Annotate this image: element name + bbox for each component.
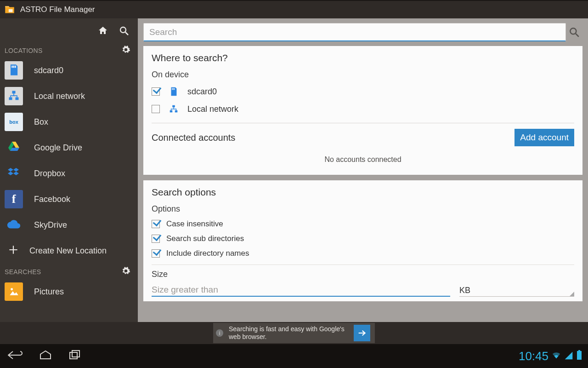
on-device-label: On device [152,70,574,80]
where-title: Where to search? [152,52,574,63]
sidebar-item-label: Box [34,117,48,127]
checkbox[interactable] [152,249,160,258]
sidebar: LOCATIONS sdcard0 Local network box Box … [0,18,138,322]
battery-icon [576,349,582,363]
google-drive-icon [6,140,21,155]
sidebar-item-dropbox[interactable]: Dropbox [0,161,138,186]
svg-rect-18 [70,352,77,359]
status-time: 10:45 [519,349,548,363]
size-unit-select[interactable]: KB [459,285,574,297]
checkbox[interactable] [152,105,160,113]
gear-icon[interactable] [121,45,130,56]
options-label: Options [152,204,574,214]
searches-header: SEARCHES [0,264,138,279]
sidebar-item-label: Google Drive [34,143,82,153]
sidebar-item-skydrive[interactable]: SkyDrive [0,212,138,238]
dropbox-icon [6,166,21,181]
app-title: ASTRO File Manager [20,5,95,14]
pictures-icon [8,285,20,298]
arrow-right-icon[interactable] [354,325,370,341]
gear-icon[interactable] [121,266,130,277]
title-bar: ASTRO File Manager [0,0,588,18]
svg-point-1 [120,27,126,33]
svg-rect-12 [172,88,172,90]
svg-rect-19 [72,351,79,357]
checkbox[interactable] [152,87,160,96]
info-icon: i [216,329,223,337]
svg-rect-16 [170,110,173,113]
svg-point-10 [570,28,576,34]
svg-rect-13 [173,88,174,90]
sidebar-search-pictures[interactable]: Pictures [0,279,138,305]
sidebar-item-label: Pictures [34,287,64,297]
recents-icon[interactable] [68,350,82,362]
locations-header: LOCATIONS [0,42,138,58]
signal-icon [564,349,573,363]
svg-rect-15 [172,105,175,108]
device-row-sdcard0[interactable]: sdcard0 [152,86,574,97]
home-icon[interactable] [97,25,108,38]
sidebar-item-label: Facebook [34,195,70,204]
svg-rect-21 [578,350,580,351]
sdcard-icon [7,63,20,77]
plus-icon [7,244,19,258]
search-options-panel: Search options Options Case insensitive … [143,180,582,301]
app-icon [4,4,16,16]
svg-rect-8 [16,98,19,100]
sidebar-item-box[interactable]: box Box [0,109,138,135]
size-label: Size [152,264,574,279]
search-options-title: Search options [152,187,574,198]
sidebar-item-sdcard0[interactable]: sdcard0 [0,58,138,83]
svg-rect-17 [175,110,178,113]
sidebar-item-google-drive[interactable]: Google Drive [0,135,138,161]
option-case-insensitive[interactable]: Case insensitive [152,219,574,229]
sidebar-item-label: sdcard0 [34,66,63,75]
home-nav-icon[interactable] [39,350,52,362]
add-account-button[interactable]: Add account [514,129,574,146]
svg-line-2 [125,32,128,35]
sidebar-item-label: SkyDrive [34,220,67,230]
skydrive-icon [6,217,22,233]
ad-text: Searching is fast and easy with Google's… [229,325,348,341]
svg-point-9 [11,288,13,290]
connected-accounts-title: Connected accounts [152,132,235,143]
where-to-search-panel: Where to search? On device sdcard0 Local… [143,46,582,175]
sidebar-item-label: Dropbox [34,169,65,178]
svg-rect-3 [11,66,12,68]
option-search-subdirectories[interactable]: Search sub directories [152,234,574,243]
svg-rect-4 [13,66,14,68]
search-submit-icon[interactable] [566,26,582,38]
device-row-local-network[interactable]: Local network [152,104,574,115]
svg-rect-0 [9,9,13,12]
svg-rect-7 [9,98,12,100]
back-icon[interactable] [6,350,23,362]
search-icon[interactable] [119,25,130,38]
svg-rect-6 [12,91,16,94]
search-input[interactable] [143,23,566,41]
sidebar-item-facebook[interactable]: f Facebook [0,186,138,212]
wifi-icon [551,349,561,363]
checkbox[interactable] [152,220,160,228]
svg-line-11 [576,34,579,37]
sidebar-item-local-network[interactable]: Local network [0,83,138,109]
network-icon [7,89,20,103]
sidebar-item-label: Local network [34,92,85,101]
size-greater-than-input[interactable] [152,284,450,297]
network-icon [168,104,179,115]
sdcard-icon [168,86,179,97]
android-navbar: 10:45 [0,344,588,368]
no-accounts-text: No accounts connected [152,155,574,167]
ad-banner[interactable]: i Searching is fast and easy with Google… [0,322,588,344]
create-new-location[interactable]: Create New Location [0,238,138,264]
svg-rect-14 [174,88,175,90]
option-include-directory-names[interactable]: Include directory names [152,249,574,258]
checkbox[interactable] [152,235,160,243]
svg-rect-20 [577,351,582,360]
svg-rect-5 [15,66,16,68]
main-content: Where to search? On device sdcard0 Local… [138,18,588,322]
